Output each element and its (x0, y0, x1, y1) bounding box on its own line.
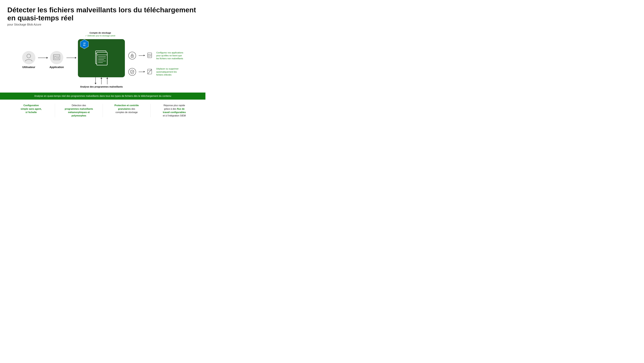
option-lock-row: Configurez vos applicationspour qu'elles… (128, 51, 183, 60)
svg-rect-27 (148, 55, 150, 57)
storage-box-wrapper: 10 01 (78, 39, 125, 88)
user-label: Utilisateur (22, 66, 35, 69)
right-options: Configurez vos applicationspour qu'elles… (128, 51, 183, 76)
svg-line-33 (148, 69, 152, 74)
option1-text: Configurez vos applicationspour qu'elles… (156, 51, 183, 60)
application-block: Application (50, 51, 64, 69)
diagram-main-row: 10 01 (78, 39, 183, 88)
user-block: Utilisateur (22, 51, 35, 69)
page: Détecter les fichiers malveillants lors … (0, 0, 206, 122)
option1-doc-icon (146, 52, 154, 59)
feature-2-bold: programmes malveillantsmétamorphiques et… (65, 108, 93, 117)
green-banner: Analyse en quasi-temps réel des programm… (0, 92, 206, 100)
feature-3: Protection et contrôlegranulaires descom… (103, 104, 150, 117)
feature-3-bold: Protection et contrôlegranulaires (114, 104, 139, 110)
svg-rect-3 (54, 57, 56, 59)
application-icon (50, 51, 63, 64)
application-label: Application (50, 66, 64, 69)
diagram-area: Utilisateur Application (7, 31, 198, 88)
lock-icon (128, 52, 136, 59)
feature-4-bold: flux detravail configurables (163, 108, 186, 113)
arrow-app-storage (64, 58, 78, 58)
malware-analysis-label: Analyse des programmes malveillants (80, 85, 123, 88)
feature-1: Configurationsimple sans agent,à l'échel… (7, 104, 55, 117)
storage-account-label: Compte de stockage (85, 31, 115, 34)
arrow-to-option1 (139, 55, 144, 56)
option2-doc-icon (146, 68, 154, 75)
storage-center: Compte de stockage ✓ Defender pour le st… (78, 31, 183, 88)
shield-check-icon (128, 68, 136, 76)
arrow-to-option2 (139, 72, 144, 72)
arrow-user-app (35, 58, 50, 58)
svg-rect-15 (97, 52, 107, 65)
option-shield-row: Déplacer ou supprimerautomatiquement les… (128, 67, 183, 76)
page-title: Détecter les fichiers malveillants lors … (7, 6, 198, 22)
svg-point-23 (132, 56, 132, 56)
feature-2: Détection desprogrammes malveillantsméta… (55, 104, 103, 117)
user-icon (22, 51, 35, 64)
hex-storage-icon: 10 01 (80, 39, 90, 50)
feature-4: Réponse plus rapidegrâce à des flux detr… (150, 104, 198, 117)
storage-check-label: ✓ Defender pour le stockage activé (85, 35, 115, 37)
svg-point-0 (27, 54, 31, 58)
features-row: Configurationsimple sans agent,à l'échel… (7, 100, 198, 122)
page-subtitle: pour Stockage Blob Azure (7, 23, 198, 26)
svg-text:01: 01 (83, 44, 86, 46)
option2-text: Déplacer ou supprimerautomatiquement les… (156, 67, 178, 76)
